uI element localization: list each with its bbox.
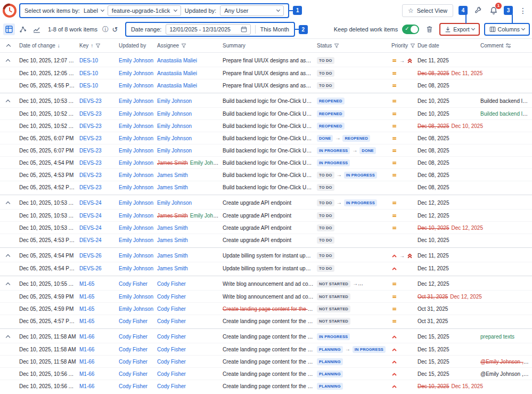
key-link[interactable]: DEVS-24 [79, 200, 102, 206]
status-badge: TO DO [317, 224, 334, 231]
key-link[interactable]: M1-66 [79, 334, 94, 340]
key-link[interactable]: DES-10 [79, 83, 98, 89]
key-link[interactable]: M1-65 [79, 294, 94, 300]
column-header-assignee[interactable]: Assignee [157, 43, 223, 49]
view-table-button[interactable] [3, 23, 15, 35]
calendar-icon[interactable] [241, 26, 247, 33]
change-arrow-icon: → [335, 135, 340, 141]
cell-updated-by: Cody Fisher [119, 359, 157, 365]
cell-status: TO DO→IN PROGRESS [317, 199, 391, 206]
filter-value-dropdown[interactable]: feature-upgrade-1click [108, 5, 181, 16]
status-badge: PLANNING [317, 383, 343, 390]
change-arrow-icon: → [337, 199, 342, 205]
key-link[interactable]: DEVS-24 [79, 237, 102, 243]
table-row: Dec 05, 2025, 4:54 PMDEVS-23Emily Johnso… [0, 156, 532, 168]
created-dot-icon [76, 320, 78, 323]
more-menu-button[interactable]: ⋮ [517, 5, 529, 17]
column-header-status[interactable]: Status [317, 43, 391, 49]
cell-key: DEVS-24 [79, 213, 119, 219]
collapse-group-button[interactable] [6, 99, 10, 103]
columns-button[interactable]: Columns [487, 25, 527, 34]
column-header-updated-by[interactable]: Updated by [119, 43, 157, 49]
select-view-button[interactable]: ☆ Select View [402, 4, 453, 17]
cell-status: NOT STARTED→IN PROGRESS [317, 280, 391, 287]
info-button[interactable]: ⓘ [101, 23, 110, 35]
priority-highest-icon [407, 58, 413, 63]
cell-status: DONE→REOPENED [317, 135, 391, 142]
cell-priority [391, 123, 418, 129]
keep-deleted-toggle[interactable]: ✓ [402, 25, 419, 34]
key-link[interactable]: DEVS-26 [79, 253, 102, 259]
key-link[interactable]: DEVS-26 [79, 266, 102, 271]
notifications-button[interactable]: 1 [488, 5, 500, 17]
collapse-group-button[interactable] [6, 253, 10, 258]
key-link[interactable]: M1-66 [79, 359, 94, 365]
updated-by-name: Cody Fisher [119, 383, 148, 389]
this-month-button[interactable]: This Month [260, 26, 289, 33]
status-badge: NOT STARTED [317, 318, 350, 325]
cell-summary: Update billing system for instant upgrad… [223, 266, 317, 271]
key-link[interactable]: M1-65 [79, 281, 94, 287]
status-badge: REOPENED [342, 135, 370, 142]
key-link[interactable]: DEVS-23 [79, 111, 102, 117]
cell-updated-by: Emily Johnson [119, 225, 157, 231]
key-link[interactable]: DEVS-24 [79, 225, 102, 231]
column-header-date-of-change[interactable]: Date of change↓ [19, 43, 79, 49]
view-activity-button[interactable] [17, 23, 29, 35]
column-header-priority[interactable]: Priority [391, 43, 418, 49]
collapse-group-button[interactable] [6, 58, 10, 63]
key-link[interactable]: M1-65 [79, 306, 94, 312]
key-link[interactable]: M1-66 [79, 383, 94, 389]
cell-due-date: Dec 10, 2025 [418, 111, 480, 117]
view-chart-button[interactable] [31, 23, 43, 35]
callout-connector [512, 14, 513, 23]
key-link[interactable]: DES-10 [79, 58, 98, 63]
key-link[interactable]: M1-65 [79, 318, 94, 324]
updated-by-name: Emily Johnson [119, 148, 153, 154]
priority-medium-icon [391, 306, 397, 312]
delete-button[interactable] [423, 23, 435, 35]
export-button[interactable]: Export [442, 25, 477, 34]
cell-status: TO DO [317, 184, 391, 191]
collapse-group-button[interactable] [6, 282, 10, 286]
collapse-all-button[interactable] [0, 44, 19, 48]
table-row: Dec 05, 2025, 4:53 PMDEVS-23Emily Johnso… [0, 168, 532, 181]
priority-medium-icon [391, 200, 397, 206]
date-range-input[interactable] [169, 26, 238, 33]
cell-due-date: Dec 08, 2025 [418, 184, 480, 190]
cell-assignee: Cody Fisher [157, 347, 223, 352]
key-link[interactable]: DEVS-23 [79, 184, 102, 190]
key-link[interactable]: DEVS-23 [79, 148, 102, 154]
collapse-group-button[interactable] [6, 200, 10, 205]
cell-date-of-change: Dec 05, 2025, 4:59 PM [19, 294, 79, 300]
status-badge: TO DO [317, 199, 334, 206]
column-header-comment[interactable]: Comment [480, 43, 532, 49]
vertical-dots-icon: ⋮ [519, 7, 527, 14]
key-link[interactable]: DEVS-24 [79, 213, 102, 219]
key-link[interactable]: DES-10 [79, 70, 98, 76]
column-header-key[interactable]: Key↑ [79, 43, 119, 49]
status-badge: TO DO [317, 237, 334, 244]
filter-field-dropdown[interactable]: Label [84, 7, 104, 14]
key-link[interactable]: M1-66 [79, 347, 94, 352]
collapse-group-button[interactable] [6, 334, 10, 339]
column-header-due-date[interactable]: Due date [418, 43, 480, 49]
updated-by-name: Emily Johnson [119, 225, 153, 231]
cell-collapse [0, 253, 19, 258]
refresh-button[interactable]: ↺ [110, 23, 120, 35]
cell-due-date: Dec 12, 2025 [418, 200, 480, 206]
cell-summary: Build backend logic for One-Click Upgrad… [223, 111, 317, 117]
wrench-button[interactable] [472, 5, 484, 17]
cell-date-of-change: Dec 05, 2025, 4:53 PM [19, 172, 79, 178]
cell-assignee: Anastasiia Maliei [157, 58, 223, 63]
key-link[interactable]: DEVS-23 [79, 172, 102, 178]
column-header-summary[interactable]: Summary [223, 43, 317, 49]
key-link[interactable]: DEVS-23 [79, 98, 102, 104]
key-link[interactable]: DEVS-23 [79, 135, 102, 141]
key-link[interactable]: M1-66 [79, 371, 94, 377]
key-link[interactable]: DEVS-23 [79, 160, 102, 166]
cell-date-of-change: Dec 10, 2025, 12:07 PM [19, 58, 79, 63]
cell-due-date: Dec 12, 2025 [418, 213, 480, 219]
updated-by-dropdown[interactable]: Any User [220, 5, 284, 16]
key-link[interactable]: DEVS-23 [79, 123, 102, 129]
